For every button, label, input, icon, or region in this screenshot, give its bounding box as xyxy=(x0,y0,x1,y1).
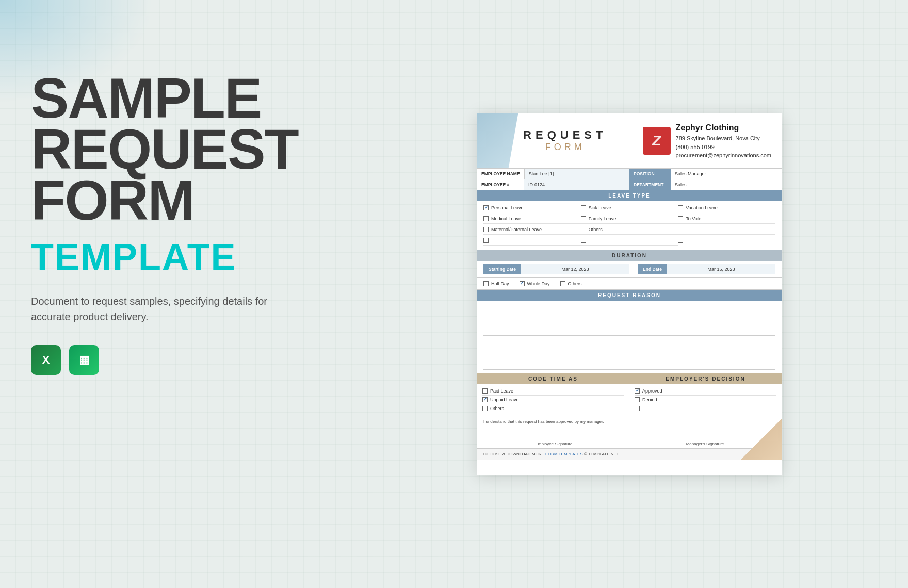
vote-label: To Vote xyxy=(686,216,701,221)
leave-blank3 xyxy=(581,237,678,246)
employee-name-field: EMPLOYEE NAME Stan Lee [1] xyxy=(477,169,629,179)
excel-icon: X xyxy=(31,345,61,375)
company-email: procurement@zephyrinnovations.com xyxy=(676,151,771,160)
code-time-items: Paid Leave ✓ Unpaid Leave Others xyxy=(477,384,629,416)
medical-leave-checkbox[interactable] xyxy=(483,216,489,221)
leave-maternal: Maternal/Paternal Leave xyxy=(483,226,581,235)
description: Document to request samples, specifying … xyxy=(31,293,279,324)
employee-name-value: Stan Lee [1] xyxy=(524,169,629,179)
decision-blank-checkbox[interactable] xyxy=(635,406,640,411)
leave-vacation: Vacation Leave xyxy=(678,204,775,213)
unpaid-leave-item: ✓ Unpaid Leave xyxy=(482,396,624,404)
code-others-checkbox[interactable] xyxy=(482,406,488,411)
duration-dates-row: Starting Date Mar 12, 2023 End Date Mar … xyxy=(477,261,782,278)
duration-others-checkbox[interactable] xyxy=(560,281,565,286)
leave-family: Family Leave xyxy=(581,215,678,224)
employee-sig-label: Employee Signature xyxy=(483,442,624,446)
department-value: Sales xyxy=(671,179,782,190)
end-date-value: Mar 15, 2023 xyxy=(667,264,775,274)
header-title-block: REQUEST FORM xyxy=(488,128,643,153)
denied-checkbox[interactable] xyxy=(635,397,640,402)
sheets-icon: ▦ xyxy=(69,345,99,375)
blank1-checkbox[interactable] xyxy=(678,227,683,232)
code-time-col: CODE TIME AS Paid Leave ✓ Unpaid Leave O… xyxy=(477,373,629,416)
paid-leave-item: Paid Leave xyxy=(482,387,624,396)
start-date-label: Starting Date xyxy=(483,264,521,274)
leave-type-header: LEAVE TYPE xyxy=(477,190,782,201)
day-options-row: Half Day ✓ Whole Day Others xyxy=(477,278,782,290)
whole-day-label: Whole Day xyxy=(527,281,550,286)
end-date-label: End Date xyxy=(638,264,667,274)
request-reason-section xyxy=(477,301,782,373)
employee-right: POSITION Sales Manager DEPARTMENT Sales xyxy=(629,169,782,190)
sig-row: Employee Signature Manager's Signature xyxy=(483,430,775,446)
blank2-checkbox[interactable] xyxy=(483,238,489,243)
approved-item: ✓ Approved xyxy=(635,387,776,396)
whole-day-option: ✓ Whole Day xyxy=(520,281,550,286)
family-leave-label: Family Leave xyxy=(589,216,617,221)
employee-number-value: ID-0124 xyxy=(524,179,629,190)
blank3-checkbox[interactable] xyxy=(581,238,586,243)
denied-item: Denied xyxy=(635,396,776,404)
denied-label: Denied xyxy=(642,397,657,402)
maternal-checkbox[interactable] xyxy=(483,227,489,232)
family-leave-checkbox[interactable] xyxy=(581,216,586,221)
right-panel: REQUEST FORM Zephyr Clothing 789 Skyline… xyxy=(351,0,908,588)
reason-line-4 xyxy=(483,337,775,347)
company-block: Zephyr Clothing 789 Skyline Boulevard, N… xyxy=(643,122,771,160)
vacation-leave-checkbox[interactable] xyxy=(678,205,683,210)
sick-leave-label: Sick Leave xyxy=(589,205,611,210)
sig-notice: I understand that this request has been … xyxy=(483,419,775,424)
company-name: Zephyr Clothing xyxy=(676,122,771,134)
manager-sig-label: Manager's Signature xyxy=(635,442,775,446)
leave-sick: Sick Leave xyxy=(581,204,678,213)
footer-link[interactable]: FORM TEMPLATES xyxy=(545,452,584,456)
left-panel: SAMPLE REQUEST FORM TEMPLATE Document to… xyxy=(0,0,351,588)
decision-blank-item xyxy=(635,404,776,413)
duration-others-label: Others xyxy=(568,281,582,286)
duration-others-option: Others xyxy=(560,281,582,286)
vote-checkbox[interactable] xyxy=(678,216,683,221)
paid-leave-label: Paid Leave xyxy=(490,388,513,394)
blank4-checkbox[interactable] xyxy=(678,238,683,243)
unpaid-leave-checkbox[interactable]: ✓ xyxy=(482,397,488,402)
medical-leave-label: Medical Leave xyxy=(491,216,521,221)
employee-number-field: EMPLOYEE # ID-0124 xyxy=(477,179,629,190)
sick-leave-checkbox[interactable] xyxy=(581,205,586,210)
approved-checkbox[interactable]: ✓ xyxy=(635,388,640,394)
code-others-item: Others xyxy=(482,404,624,413)
request-title: REQUEST xyxy=(488,128,643,142)
leave-medical: Medical Leave xyxy=(483,215,581,224)
vacation-leave-label: Vacation Leave xyxy=(686,205,717,210)
signature-section: I understand that this request has been … xyxy=(477,416,782,448)
half-day-label: Half Day xyxy=(491,281,509,286)
employee-info-row: EMPLOYEE NAME Stan Lee [1] EMPLOYEE # ID… xyxy=(477,169,782,190)
leave-personal: ✓ Personal Leave xyxy=(483,204,581,213)
department-label: DEPARTMENT xyxy=(629,179,671,190)
employee-sig-block: Employee Signature xyxy=(483,430,624,446)
personal-leave-label: Personal Leave xyxy=(491,205,524,210)
leave-blank4 xyxy=(678,237,775,246)
leave-vote: To Vote xyxy=(678,215,775,224)
footer-suffix: © TEMPLATE.NET xyxy=(584,452,619,456)
department-field: DEPARTMENT Sales xyxy=(629,179,782,190)
request-reason-header: REQUEST REASON xyxy=(477,290,782,301)
employee-name-label: EMPLOYEE NAME xyxy=(477,169,524,179)
others-checkbox[interactable] xyxy=(581,227,586,232)
position-label: POSITION xyxy=(629,169,671,179)
subtitle: TEMPLATE xyxy=(31,236,320,278)
footer-text: CHOOSE & DOWNLOAD MORE xyxy=(483,452,544,456)
reason-line-2 xyxy=(483,314,775,324)
whole-day-checkbox[interactable]: ✓ xyxy=(520,281,525,286)
doc-header: REQUEST FORM Zephyr Clothing 789 Skyline… xyxy=(477,113,782,169)
reason-line-1 xyxy=(483,303,775,313)
half-day-checkbox[interactable] xyxy=(483,281,489,286)
company-phone: (800) 555-0199 xyxy=(676,143,771,152)
employer-decision-header: EMPLOYER'S DECISION xyxy=(629,373,782,384)
paid-leave-checkbox[interactable] xyxy=(482,388,488,394)
main-title: SAMPLE REQUEST FORM xyxy=(31,72,320,225)
position-value: Sales Manager xyxy=(671,169,782,179)
bottom-columns: CODE TIME AS Paid Leave ✓ Unpaid Leave O… xyxy=(477,373,782,416)
unpaid-leave-label: Unpaid Leave xyxy=(490,397,519,402)
personal-leave-checkbox[interactable]: ✓ xyxy=(483,205,489,210)
